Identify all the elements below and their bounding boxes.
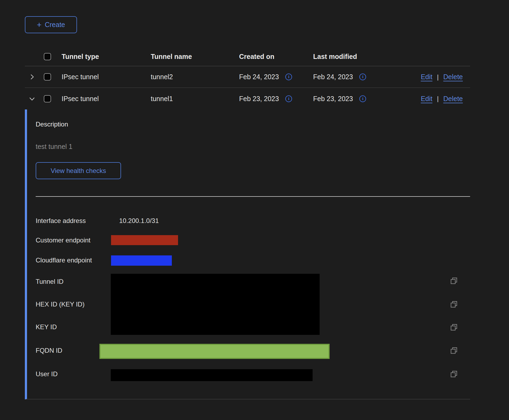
last-modified-cell: Feb 24, 2023	[313, 73, 353, 81]
customer-endpoint-redaction	[111, 235, 178, 245]
customer-endpoint-label: Customer endpoint	[36, 236, 91, 244]
cloudflare-endpoint-label: Cloudflare endpoint	[36, 256, 92, 264]
delete-link[interactable]: Delete	[443, 73, 463, 81]
tunnel-name-cell: tunnel2	[151, 73, 239, 81]
header-tunnel-name: Tunnel name	[151, 53, 239, 61]
action-separator: |	[437, 73, 439, 81]
user-id-label: User ID	[36, 370, 58, 378]
header-created-on: Created on	[239, 53, 313, 61]
table-row: IPsec tunnel tunnel1 Feb 23, 2023 i Feb …	[25, 88, 470, 109]
collapse-chevron-down-icon[interactable]	[28, 95, 36, 102]
action-separator: |	[437, 95, 439, 102]
create-button[interactable]: + Create	[25, 16, 77, 33]
user-id-redaction	[111, 369, 313, 381]
description-label: Description	[36, 121, 68, 128]
copy-icon[interactable]	[450, 277, 458, 285]
expand-chevron-right-icon[interactable]	[28, 73, 36, 81]
copy-icon[interactable]	[450, 300, 458, 308]
edit-link[interactable]: Edit	[421, 95, 432, 103]
tunnel-ids-redaction	[111, 274, 320, 335]
created-on-cell: Feb 24, 2023	[239, 73, 279, 81]
copy-icon[interactable]	[450, 370, 458, 378]
fqdn-id-label: FQDN ID	[36, 347, 62, 354]
key-id-label: KEY ID	[36, 323, 57, 331]
tunnel-id-label: Tunnel ID	[36, 278, 63, 285]
info-icon[interactable]: i	[285, 95, 292, 102]
hex-id-label: HEX ID (KEY ID)	[36, 301, 85, 308]
tunnel-type-cell: IPsec tunnel	[62, 73, 151, 81]
info-icon[interactable]: i	[359, 95, 366, 102]
header-tunnel-type: Tunnel type	[62, 53, 151, 61]
create-button-label: Create	[45, 21, 65, 29]
table-header-row: Tunnel type Tunnel name Created on Last …	[25, 47, 470, 66]
fqdn-id-redaction	[99, 344, 330, 359]
tunnels-page: + Create Tunnel type Tunnel name Created…	[0, 0, 509, 420]
last-modified-cell: Feb 23, 2023	[313, 95, 353, 103]
tunnel-type-cell: IPsec tunnel	[62, 95, 151, 103]
description-value: test tunnel 1	[36, 143, 72, 151]
info-icon[interactable]: i	[285, 74, 292, 80]
copy-icon[interactable]	[450, 323, 458, 331]
row-checkbox[interactable]	[44, 95, 51, 102]
interface-address-value: 10.200.1.0/31	[119, 217, 159, 225]
info-icon[interactable]: i	[359, 74, 366, 80]
select-all-checkbox[interactable]	[44, 53, 51, 60]
created-on-cell: Feb 23, 2023	[239, 95, 279, 103]
delete-link[interactable]: Delete	[443, 95, 463, 103]
row-checkbox[interactable]	[44, 73, 51, 81]
header-last-modified: Last modified	[313, 53, 416, 61]
edit-link[interactable]: Edit	[421, 73, 432, 81]
section-divider	[36, 196, 470, 197]
plus-icon: +	[37, 21, 42, 29]
tunnel-name-cell: tunnel1	[151, 95, 239, 103]
tunnels-table: Tunnel type Tunnel name Created on Last …	[25, 47, 470, 109]
cloudflare-endpoint-redaction	[111, 255, 172, 266]
interface-address-label: Interface address	[36, 217, 86, 225]
copy-icon[interactable]	[450, 346, 458, 355]
view-health-checks-button[interactable]: View health checks	[36, 162, 121, 179]
table-row: IPsec tunnel tunnel2 Feb 24, 2023 i Feb …	[25, 66, 470, 88]
expanded-tunnel-panel: Description test tunnel 1 View health ch…	[25, 109, 470, 399]
